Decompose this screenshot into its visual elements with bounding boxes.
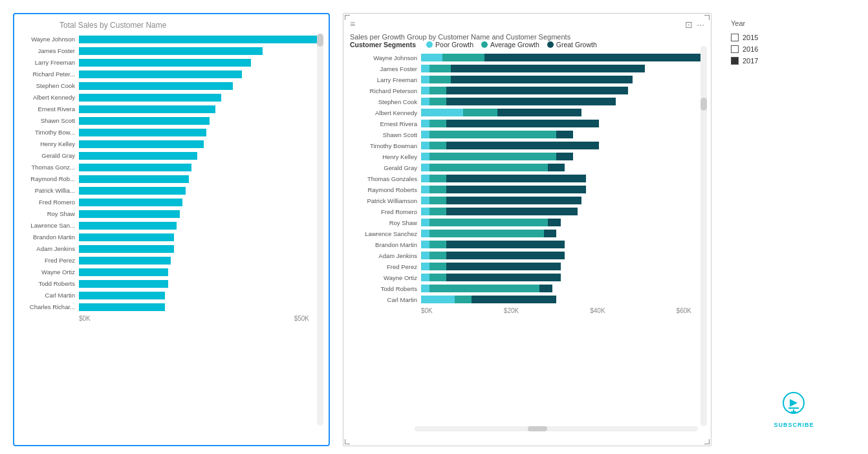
right-bar-row: Carl Martin bbox=[350, 294, 704, 305]
right-bar-row: Patrick Williamson bbox=[350, 195, 704, 206]
seg-poor bbox=[421, 131, 429, 138]
right-scrollbar[interactable] bbox=[700, 46, 707, 426]
left-bar-track bbox=[79, 210, 322, 218]
corner-tl bbox=[345, 15, 350, 20]
left-bar-track bbox=[79, 152, 322, 160]
right-bar-label: Shawn Scott bbox=[350, 131, 421, 138]
page-layout: Total Sales by Customer Name Wayne Johns… bbox=[13, 13, 855, 441]
left-bar-label: Adam Jenkins bbox=[21, 245, 79, 252]
seg-great bbox=[446, 252, 565, 259]
left-bar-row: Gerald Gray bbox=[21, 150, 322, 161]
left-bar-row: Raymond Rob... bbox=[21, 173, 322, 184]
left-bar-track bbox=[79, 268, 322, 276]
left-bar-label: Roy Shaw bbox=[21, 210, 79, 217]
right-bar-row: Adam Jenkins bbox=[350, 250, 704, 261]
year-checkbox-2015[interactable] bbox=[731, 34, 739, 41]
left-bar-track bbox=[79, 280, 322, 288]
left-x-axis: $0K $50K bbox=[21, 315, 322, 322]
left-bar-fill bbox=[79, 233, 174, 241]
left-bar-track bbox=[79, 94, 322, 102]
right-bar-track bbox=[421, 120, 704, 127]
right-bar-row: Albert Kennedy bbox=[350, 107, 704, 118]
bottom-scrollbar[interactable] bbox=[415, 426, 698, 431]
year-item-2016[interactable]: 2016 bbox=[731, 45, 758, 53]
seg-avg bbox=[455, 296, 472, 303]
left-bar-row: Carl Martin bbox=[21, 290, 322, 301]
right-bar-row: Fred Romero bbox=[350, 206, 704, 217]
left-bar-track bbox=[79, 245, 322, 253]
seg-avg bbox=[429, 120, 446, 127]
left-bar-fill bbox=[79, 187, 186, 195]
left-bar-label: Lawrence San... bbox=[21, 222, 79, 229]
right-bar-track bbox=[421, 274, 704, 281]
seg-great bbox=[497, 109, 582, 116]
left-bar-fill bbox=[79, 82, 233, 90]
seg-great bbox=[548, 219, 561, 226]
right-bar-track bbox=[421, 197, 704, 204]
right-bar-track bbox=[421, 186, 704, 193]
seg-great bbox=[451, 76, 633, 83]
seg-great bbox=[472, 296, 556, 303]
seg-poor bbox=[421, 65, 429, 72]
seg-great bbox=[548, 164, 565, 171]
seg-great bbox=[451, 65, 646, 72]
seg-avg bbox=[429, 230, 544, 237]
left-bar-fill bbox=[79, 117, 210, 125]
left-bar-row: Albert Kennedy bbox=[21, 92, 322, 103]
left-bar-row: Fred Romero bbox=[21, 197, 322, 208]
subscribe-icon[interactable] bbox=[782, 391, 805, 419]
left-bar-track bbox=[79, 257, 322, 265]
year-item-2017[interactable]: 2017 bbox=[731, 57, 758, 65]
left-bar-track bbox=[79, 222, 322, 230]
right-bar-row: Wayne Johnson bbox=[350, 52, 704, 63]
left-scrollbar-thumb[interactable] bbox=[317, 34, 323, 47]
left-bar-row: Thomas Gonz... bbox=[21, 162, 322, 173]
right-bar-chart: Wayne JohnsonJames FosterLarry FreemanRi… bbox=[350, 52, 704, 305]
right-bar-label: Timothy Bowman bbox=[350, 142, 421, 149]
seg-poor bbox=[421, 208, 429, 215]
right-bar-row: Raymond Roberts bbox=[350, 184, 704, 195]
seg-poor bbox=[421, 153, 429, 160]
year-checkbox-2017[interactable] bbox=[731, 57, 739, 65]
right-bar-track bbox=[421, 98, 704, 105]
expand-icon[interactable]: ⊡ bbox=[685, 19, 693, 30]
right-bar-row: Ernest Rivera bbox=[350, 118, 704, 129]
seg-avg bbox=[429, 263, 446, 270]
left-bar-fill bbox=[79, 129, 206, 136]
year-item-2015[interactable]: 2015 bbox=[731, 34, 758, 41]
right-bar-row: Fred Perez bbox=[350, 261, 704, 272]
right-bar-row: Gerald Gray bbox=[350, 162, 704, 173]
bottom-scrollbar-thumb[interactable] bbox=[528, 426, 547, 431]
corner-bl bbox=[345, 439, 350, 444]
left-bar-label: Raymond Rob... bbox=[21, 175, 79, 182]
right-bar-track bbox=[421, 164, 704, 171]
right-bar-row: James Foster bbox=[350, 63, 704, 74]
right-bar-label: Larry Freeman bbox=[350, 76, 421, 83]
left-bar-label: Stephen Cook bbox=[21, 82, 79, 89]
legend-great: Great Growth bbox=[547, 41, 597, 49]
seg-avg bbox=[429, 285, 539, 292]
left-bar-track bbox=[79, 129, 322, 136]
more-icon[interactable]: ··· bbox=[697, 19, 704, 30]
year-checkbox-2016[interactable] bbox=[731, 45, 739, 53]
right-bar-label: Patrick Williamson bbox=[350, 197, 421, 204]
left-bar-label: Henry Kelley bbox=[21, 140, 79, 147]
right-bar-track bbox=[421, 142, 704, 149]
chart-action-icons: ⊡ ··· bbox=[685, 19, 704, 30]
left-bar-label: Albert Kennedy bbox=[21, 94, 79, 101]
left-bar-track bbox=[79, 303, 322, 311]
right-bar-track bbox=[421, 87, 704, 94]
right-bar-label: Fred Perez bbox=[350, 263, 421, 270]
seg-avg bbox=[442, 54, 484, 61]
left-bar-row: Henry Kelley bbox=[21, 138, 322, 149]
right-bar-label: Thomas Gonzales bbox=[350, 175, 421, 182]
right-bar-row: Richard Peterson bbox=[350, 85, 704, 96]
seg-poor bbox=[421, 230, 429, 237]
left-bar-label: Carl Martin bbox=[21, 292, 79, 299]
right-scrollbar-thumb[interactable] bbox=[700, 98, 707, 111]
left-scrollbar[interactable] bbox=[317, 34, 323, 426]
left-bar-label: Thomas Gonz... bbox=[21, 164, 79, 171]
right-bar-track bbox=[421, 175, 704, 182]
right-bar-label: Albert Kennedy bbox=[350, 109, 421, 116]
subscribe-label[interactable]: SUBSCRIBE bbox=[774, 422, 814, 428]
